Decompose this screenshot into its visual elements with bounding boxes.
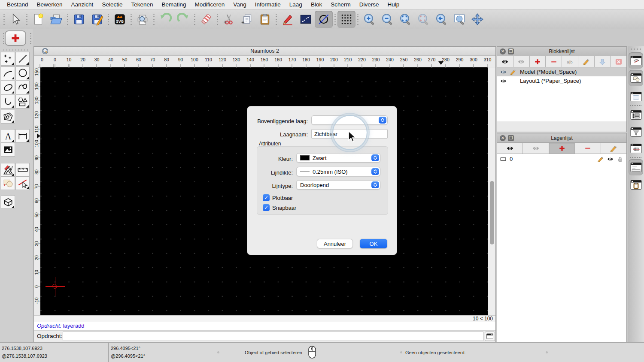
toggle-selection-list-button[interactable] [629, 107, 643, 123]
plottable-checkbox[interactable]: ✓ [263, 194, 270, 201]
edit-layer-button[interactable] [601, 143, 626, 154]
edit-block-button[interactable] [578, 56, 595, 67]
document-titlebar[interactable]: Naamloos 2 [34, 47, 495, 56]
selection-tool-button[interactable] [6, 11, 24, 28]
menu-item-bewerken[interactable]: Bewerken [33, 1, 67, 8]
measure-tool[interactable] [15, 163, 30, 177]
boolean-tool[interactable] [1, 176, 15, 190]
zoom-window-button[interactable] [450, 11, 468, 28]
hide-all-layers-button[interactable] [523, 143, 549, 154]
text-tool[interactable] [1, 129, 15, 143]
command-window-button[interactable] [485, 332, 495, 341]
pencil-icon[interactable] [597, 156, 604, 162]
paste-button[interactable] [256, 11, 274, 28]
menu-item-selectie[interactable]: Selectie [97, 1, 127, 8]
zoom-selection-button[interactable] [414, 11, 432, 28]
polyline-tool[interactable] [1, 95, 15, 109]
solid-3d-tool[interactable] [1, 195, 15, 209]
pan-button[interactable] [468, 11, 486, 28]
zoom-previous-button[interactable] [432, 11, 450, 28]
rename-block-button[interactable] [562, 56, 578, 67]
linetype-display-button[interactable] [315, 11, 333, 28]
remove-block-button[interactable] [546, 56, 562, 67]
toggle-property-editor-button[interactable] [629, 88, 643, 105]
zoom-auto-button[interactable] [396, 11, 414, 28]
undo-button[interactable] [156, 11, 174, 28]
shapes-tool[interactable] [15, 95, 30, 109]
add-layer-button-panel[interactable] [549, 143, 575, 154]
stepper-icon[interactable] [371, 168, 379, 175]
delete-block-button[interactable] [611, 56, 626, 67]
menu-item-modificeren[interactable]: Modificeren [191, 1, 229, 8]
ellipse-tool[interactable] [1, 81, 15, 94]
grid-toggle-button[interactable] [337, 11, 355, 28]
svg-export-button[interactable] [111, 11, 129, 28]
menu-item-diverse[interactable]: Diverse [355, 1, 383, 8]
modify-tool[interactable] [1, 163, 15, 177]
show-all-layers-button[interactable] [497, 143, 523, 154]
save-button[interactable] [70, 11, 88, 28]
menu-item-scherm[interactable]: Scherm [326, 1, 355, 8]
menu-item-tekenen[interactable]: Tekenen [127, 1, 157, 8]
spline-tool[interactable] [15, 81, 30, 94]
circle-tool[interactable] [15, 66, 30, 80]
hide-all-blocks-button[interactable] [513, 56, 530, 67]
copy-button[interactable] [238, 11, 256, 28]
add-layer-button[interactable] [5, 30, 26, 46]
dimension-tool[interactable] [15, 129, 30, 143]
menu-item-bestand[interactable]: Bestand [3, 1, 33, 8]
menu-item-informatie[interactable]: Informatie [251, 1, 285, 8]
menu-item-vang[interactable]: Vang [229, 1, 251, 8]
zoom-in-button[interactable] [360, 11, 378, 28]
scrollbar-thumb[interactable] [490, 181, 494, 244]
open-file-button[interactable] [47, 11, 65, 28]
image-tool[interactable] [1, 143, 15, 157]
eye-icon[interactable] [607, 156, 614, 162]
snappable-checkbox[interactable]: ✓ [263, 204, 270, 211]
stepper-icon[interactable] [371, 181, 379, 188]
eye-icon[interactable] [500, 78, 507, 84]
stepper-icon[interactable] [371, 154, 379, 161]
eye-icon[interactable] [500, 69, 507, 75]
menu-item-bemating[interactable]: Bemating [157, 1, 190, 8]
add-block-button[interactable] [530, 56, 546, 67]
lineweight-dropdown[interactable]: 0.25mm (ISO) [296, 167, 380, 176]
points-tool[interactable] [1, 52, 15, 66]
erase-button[interactable] [197, 11, 215, 28]
toggle-clipboard-button[interactable] [629, 177, 643, 193]
block-list-titlebar[interactable]: ✕ ❐ Blokkenlijst [497, 47, 626, 56]
new-file-button[interactable] [29, 11, 47, 28]
linetype-dropdown[interactable]: Doorlopend [296, 180, 380, 190]
print-preview-button[interactable] [134, 11, 152, 28]
menu-item-aanzicht[interactable]: Aanzicht [67, 1, 98, 8]
ok-button[interactable]: OK [360, 239, 387, 248]
menu-item-blok[interactable]: Blok [307, 1, 326, 8]
dimension-style-button[interactable] [297, 11, 315, 28]
toggle-layer-list-button[interactable] [629, 70, 643, 86]
toggle-selection-filter-button[interactable] [629, 124, 643, 140]
vertical-scrollbar[interactable] [488, 67, 495, 315]
cancel-button[interactable]: Annuleer [317, 239, 353, 248]
color-dropdown[interactable]: Zwart [296, 153, 380, 163]
save-as-button[interactable] [88, 11, 106, 28]
insert-block-button[interactable] [595, 56, 611, 67]
hatch-tool[interactable] [1, 110, 15, 124]
menu-item-laag[interactable]: Laag [285, 1, 307, 8]
draw-order-button[interactable] [279, 11, 297, 28]
layer-list-titlebar[interactable]: ✕ ❐ Lagenlijst [497, 133, 626, 143]
toggle-command-line-button[interactable] [629, 159, 643, 175]
remove-layer-button[interactable] [575, 143, 601, 154]
cut-button[interactable] [220, 11, 238, 28]
select-tool[interactable] [15, 176, 30, 190]
stepper-icon[interactable] [379, 117, 386, 124]
block-row-model[interactable]: Model (*Model_Space) [497, 67, 626, 76]
toggle-block-list-button[interactable] [629, 52, 643, 69]
toggle-tool-options-button[interactable] [629, 140, 643, 157]
lock-icon[interactable] [617, 156, 624, 162]
block-row-layout1[interactable]: Layout1 (*Paper_Space) [497, 76, 626, 85]
redo-button[interactable] [174, 11, 192, 28]
menu-item-hulp[interactable]: Hulp [383, 1, 404, 8]
line-tool[interactable] [15, 52, 30, 66]
zoom-out-button[interactable] [378, 11, 396, 28]
arc-tool[interactable] [1, 66, 15, 80]
